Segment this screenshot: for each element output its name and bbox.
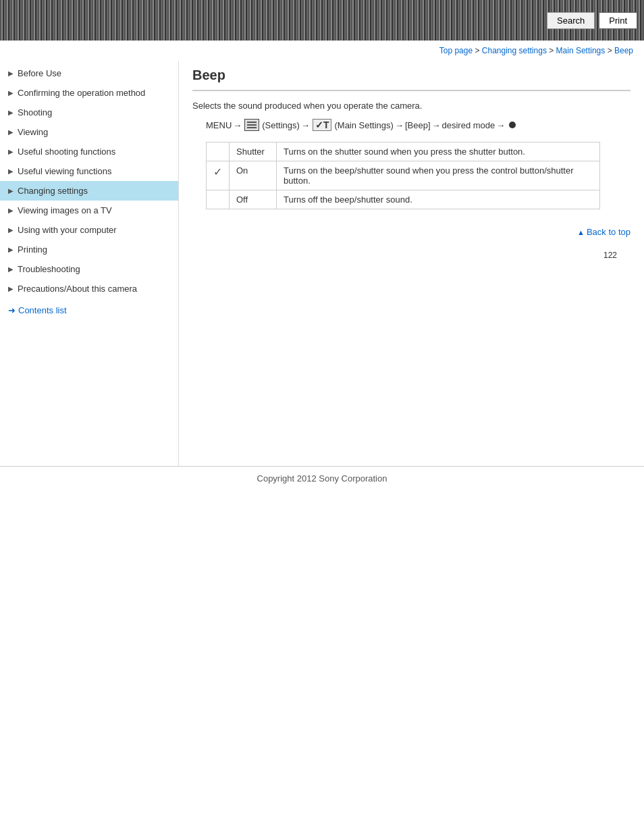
arrow-icon: ▶ (8, 109, 14, 116)
table-row: ✓ On Turns on the beep/shutter sound whe… (207, 161, 600, 190)
table-cell-check (207, 190, 230, 209)
table-cell-desc: Turns on the beep/shutter sound when you… (277, 161, 600, 190)
breadcrumb: Top page > Changing settings > Main Sett… (0, 41, 644, 61)
main-settings-text: (Main Settings) (334, 120, 393, 130)
breadcrumb-beep[interactable]: Beep (614, 46, 633, 55)
main-layout: ▶ Before Use ▶ Confirming the operation … (0, 61, 644, 466)
table-cell-desc: Turns on the shutter sound when you pres… (277, 142, 600, 161)
breadcrumb-top-page[interactable]: Top page (439, 46, 473, 55)
svg-rect-2 (247, 127, 257, 128)
breadcrumb-main-settings[interactable]: Main Settings (556, 46, 606, 55)
bullet-circle (509, 122, 516, 128)
sidebar-item-label: Confirming the operation method (18, 88, 171, 98)
table-row: Shutter Turns on the shutter sound when … (207, 142, 600, 161)
sidebar-item-shooting[interactable]: ▶ Shooting (0, 103, 178, 122)
table-row: Off Turns off the beep/shutter sound. (207, 190, 600, 209)
breadcrumb-sep1: > (475, 46, 481, 55)
sidebar-item-useful-shooting[interactable]: ▶ Useful shooting functions (0, 142, 178, 161)
page-number: 122 (192, 244, 630, 267)
sidebar-item-viewing[interactable]: ▶ Viewing (0, 122, 178, 142)
arrow-right-icon: ➜ (8, 305, 16, 315)
arrow-icon: ▶ (8, 226, 14, 234)
arrow-icon: ▶ (8, 246, 14, 253)
main-settings-icon: ✓T (313, 119, 332, 131)
settings-icon (244, 119, 259, 131)
header-bar: Search Print (0, 0, 644, 41)
sidebar-item-label: Useful viewing functions (18, 166, 171, 176)
sidebar-item-label: Shooting (18, 107, 171, 118)
arrow-icon: ▶ (8, 265, 14, 273)
arrow-icon: ▶ (8, 167, 14, 175)
print-button[interactable]: Print (599, 12, 637, 29)
sidebar-item-using-computer[interactable]: ▶ Using with your computer (0, 220, 178, 240)
sidebar-item-label: Precautions/About this camera (18, 284, 171, 294)
contents-list-link[interactable]: Contents list (18, 305, 67, 315)
beep-label: [Beep] (405, 120, 431, 130)
table-cell-mode: Shutter (230, 142, 277, 161)
breadcrumb-sep2: > (549, 46, 556, 55)
sidebar-item-confirming[interactable]: ▶ Confirming the operation method (0, 83, 178, 103)
arrow-icon: ▶ (8, 148, 14, 155)
arrow-icon: ▶ (8, 207, 14, 214)
breadcrumb-changing-settings[interactable]: Changing settings (482, 46, 547, 55)
desired-mode-label: desired mode (442, 120, 495, 130)
table-cell-check: ✓ (207, 161, 230, 190)
sidebar-item-label: Viewing (18, 127, 171, 137)
breadcrumb-sep3: > (608, 46, 614, 55)
arrow-icon: ▶ (8, 285, 14, 292)
back-to-top: Back to top (192, 223, 630, 244)
sidebar-item-before-use[interactable]: ▶ Before Use (0, 63, 178, 83)
arrow-icon: ▶ (8, 70, 14, 77)
table-cell-mode: On (230, 161, 277, 190)
sidebar-item-changing-settings[interactable]: ▶ Changing settings (0, 181, 178, 201)
checkmark-icon: ✓ (213, 166, 222, 178)
sidebar-item-label: Printing (18, 244, 171, 255)
sidebar-item-printing[interactable]: ▶ Printing (0, 240, 178, 259)
svg-rect-0 (247, 122, 257, 123)
sidebar-item-label: Using with your computer (18, 225, 171, 235)
arrow-icon: ▶ (8, 89, 14, 97)
footer: Copyright 2012 Sony Corporation (0, 466, 644, 490)
sidebar-item-label: Before Use (18, 68, 171, 78)
copyright-text: Copyright 2012 Sony Corporation (257, 473, 387, 484)
sidebar-item-viewing-tv[interactable]: ▶ Viewing images on a TV (0, 201, 178, 220)
sidebar: ▶ Before Use ▶ Confirming the operation … (0, 61, 179, 466)
sidebar-item-troubleshooting[interactable]: ▶ Troubleshooting (0, 259, 178, 279)
page-title: Beep (192, 68, 630, 91)
menu-path: MENU → (Settings) → ✓T (Main Settings) →… (206, 119, 630, 131)
arrow-icon: ▶ (8, 128, 14, 136)
arrow-sym-4: → (432, 120, 441, 130)
arrow-sym-1: → (233, 120, 242, 130)
sidebar-item-useful-viewing[interactable]: ▶ Useful viewing functions (0, 161, 178, 181)
svg-rect-1 (247, 124, 257, 126)
sidebar-footer: ➜ Contents list (0, 298, 178, 322)
settings-text: (Settings) (262, 120, 300, 130)
beep-table: Shutter Turns on the shutter sound when … (206, 142, 600, 209)
sidebar-item-label: Useful shooting functions (18, 147, 171, 157)
table-cell-mode: Off (230, 190, 277, 209)
table-cell-desc: Turns off the beep/shutter sound. (277, 190, 600, 209)
menu-label: MENU (206, 120, 232, 130)
arrow-icon: ▶ (8, 187, 14, 194)
arrow-sym-5: → (496, 120, 505, 130)
back-to-top-link[interactable]: Back to top (577, 227, 630, 237)
content-area: Beep Selects the sound produced when you… (179, 61, 644, 466)
search-button[interactable]: Search (547, 12, 595, 29)
sidebar-item-label: Troubleshooting (18, 264, 171, 274)
table-cell-check (207, 142, 230, 161)
arrow-sym-3: → (395, 120, 404, 130)
sidebar-item-label: Viewing images on a TV (18, 205, 171, 215)
sidebar-item-precautions[interactable]: ▶ Precautions/About this camera (0, 279, 178, 298)
arrow-sym-2: → (301, 120, 310, 130)
sidebar-item-label: Changing settings (18, 186, 171, 196)
content-description: Selects the sound produced when you oper… (192, 101, 630, 111)
